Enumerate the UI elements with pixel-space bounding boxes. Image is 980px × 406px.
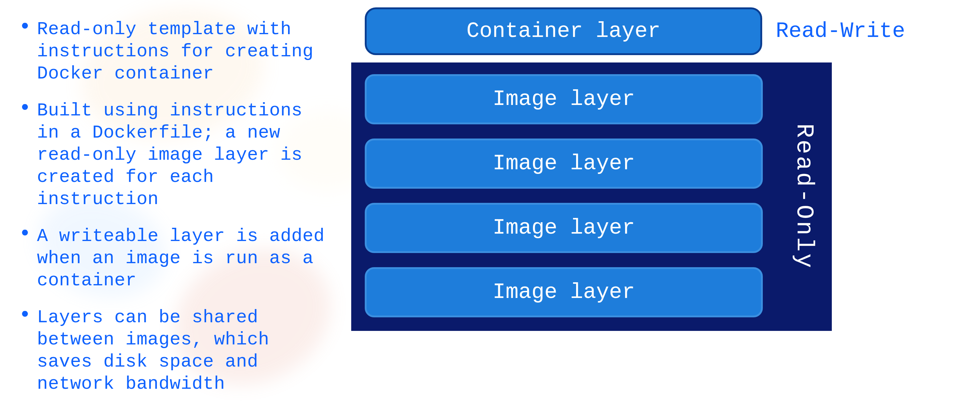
image-layer-box: Image layer: [365, 267, 763, 317]
diagram-column: Container layer Read-Write Image layer I…: [339, 0, 980, 406]
read-only-label: Read-Only: [776, 62, 832, 331]
bullet-list: Read-only template with instructions for…: [19, 19, 326, 395]
image-layers-box: Image layer Image layer Image layer Imag…: [351, 62, 776, 331]
image-layer-box: Image layer: [365, 203, 763, 253]
image-layers-row: Image layer Image layer Image layer Imag…: [351, 62, 955, 331]
bullet-item: Read-only template with instructions for…: [19, 19, 326, 85]
bullet-item: A writeable layer is added when an image…: [19, 225, 326, 292]
container-layer-box: Container layer: [365, 7, 762, 55]
bullet-item: Layers can be shared between images, whi…: [19, 306, 326, 395]
slide-content: Read-only template with instructions for…: [0, 0, 980, 406]
image-layer-box: Image layer: [365, 74, 763, 124]
layers-diagram: Container layer Read-Write Image layer I…: [351, 7, 955, 331]
bullet-item: Built using instructions in a Dockerfile…: [19, 100, 326, 211]
bullet-list-column: Read-only template with instructions for…: [0, 0, 339, 406]
container-layer-row: Container layer Read-Write: [351, 7, 955, 55]
read-write-label: Read-Write: [776, 19, 905, 43]
image-layer-box: Image layer: [365, 138, 763, 189]
